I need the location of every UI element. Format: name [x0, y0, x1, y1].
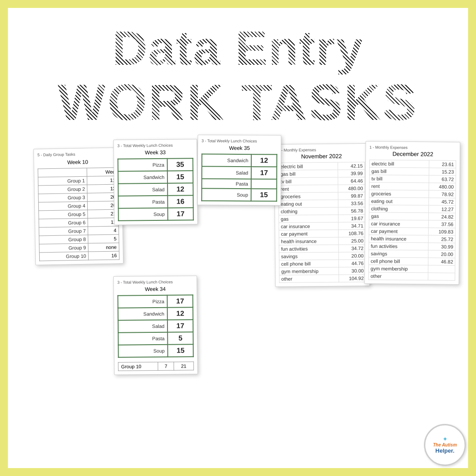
- daily-row-value: none: [88, 242, 119, 251]
- daily-row-label: Group 4: [38, 201, 88, 211]
- expense-row: car payment109.83: [369, 227, 455, 235]
- daily-row-value: 5: [88, 234, 119, 243]
- lunch-item: Sandwich: [202, 154, 251, 167]
- lunch35-week: Week 35: [201, 145, 277, 151]
- expense-row: savings20.00: [279, 252, 365, 260]
- daily-row: Group 1016: [39, 251, 119, 260]
- expense-value: 24.82: [428, 212, 456, 220]
- expense-label: car insurance: [369, 219, 428, 227]
- expense-row: groceries99.87: [279, 192, 365, 200]
- expense-label: health insurance: [369, 234, 428, 242]
- lunch-count: 15: [168, 344, 193, 357]
- expense-row: cell phone bill46.82: [368, 257, 455, 265]
- expense-value: 30.00: [338, 267, 366, 275]
- daily-row: Group 213: [38, 184, 118, 193]
- expense-label: eating out: [369, 197, 429, 205]
- group10-val1: 7: [158, 362, 174, 370]
- daily-row: Group 521: [39, 209, 119, 219]
- expense-label: fun activities: [279, 245, 338, 253]
- expense-label: clothing: [279, 207, 338, 215]
- expenses-dec-table: electric bill23.61gas bill15.23tv bill63…: [368, 160, 456, 281]
- lunch33-table: Pizza35Sandwich15Salad12Pasta16Soup17: [118, 158, 194, 221]
- expense-value: 25.72: [428, 235, 455, 243]
- lunch35-table: Sandwich12Salad17PastaSoup15: [201, 153, 278, 201]
- expense-label: gym membership: [279, 267, 339, 275]
- expense-value: 56.78: [338, 207, 365, 215]
- lunch-count: 12: [251, 154, 277, 167]
- card-lunch-week35: 3 - Total Weekly Lunch Choices Week 35 S…: [197, 134, 282, 205]
- expense-value: 42.15: [338, 162, 365, 170]
- expense-value: 19.67: [338, 214, 365, 222]
- daily-row-label: Group 8: [39, 235, 89, 244]
- expense-label: eating out: [279, 200, 338, 208]
- lunch-row: Sandwich12: [118, 307, 193, 320]
- logo: ✦ The Autism Helper.: [424, 424, 466, 466]
- expense-value: 99.87: [338, 192, 365, 200]
- lunch35-title: 3 - Total Weekly Lunch Choices: [201, 138, 277, 143]
- daily-row: Group 320: [38, 192, 118, 202]
- lunch-row: Sandwich15: [118, 171, 193, 183]
- expense-value: 109.83: [428, 227, 456, 235]
- title-area: Data Entry WORK TASKS: [49, 8, 427, 135]
- expense-label: rent: [369, 182, 429, 190]
- expenses-dec-month: December 2022: [369, 150, 456, 158]
- expense-label: fun activities: [369, 242, 428, 250]
- daily-row: Group 426: [38, 201, 118, 210]
- lunch-row: Soup17: [119, 208, 193, 220]
- cards-area: 5 - Daily Group Tasks Week 10 Wed Group …: [8, 135, 468, 469]
- daily-table: Wed Group 111Group 213Group 320Group 426…: [37, 167, 119, 261]
- expense-row: clothing56.78: [279, 207, 365, 215]
- expense-row: health insurance25.72: [369, 234, 455, 243]
- expense-label: health insurance: [279, 237, 338, 245]
- card-expenses-nov: 1 - Monthly Expenses November 2022 elect…: [274, 143, 370, 287]
- card-expenses-dec: 1 - Monthly Expenses December 2022 elect…: [364, 141, 461, 285]
- daily-row: Group 74: [39, 226, 119, 235]
- expense-row: tv bill64.46: [279, 177, 365, 185]
- expense-label: savings: [279, 252, 338, 260]
- expense-value: 20.00: [428, 250, 455, 258]
- lunch-item: Salad: [118, 183, 167, 196]
- expense-row: gas19.67: [279, 214, 365, 223]
- expense-value: 104.92: [338, 274, 366, 282]
- expense-label: gas bill: [369, 167, 429, 175]
- lunch34-table: Pizza17Sandwich12Salad17Pasta5Soup15: [117, 294, 193, 357]
- expenses-nov-month: November 2022: [278, 152, 365, 160]
- expense-value: 46.82: [428, 257, 455, 265]
- expense-row: eating out33.56: [279, 199, 365, 208]
- card-lunch-week34: 3 - Total Weekly Lunch Choices Week 34 P…: [113, 275, 198, 375]
- expense-value: 64.46: [338, 177, 365, 185]
- lunch-count: 12: [167, 307, 193, 320]
- expense-value: [428, 272, 455, 280]
- expense-label: cell phone bill: [368, 257, 428, 265]
- inner-white: Data Entry WORK TASKS 5 - Daily Group Ta…: [8, 8, 468, 468]
- lunch-item: Pasta: [118, 332, 167, 345]
- daily-row-label: Group 6: [39, 218, 88, 227]
- logo-star: ✦: [443, 435, 448, 443]
- daily-card-title: 5 - Daily Group Tasks: [37, 151, 118, 157]
- group10-table: Group 10 7 21: [118, 361, 194, 371]
- lunch34-title: 3 - Total Weekly Lunch Choices: [117, 279, 193, 285]
- lunch-row: Soup15: [118, 344, 193, 357]
- lunch-count: [251, 179, 277, 189]
- lunch-row: Salad17: [118, 320, 193, 332]
- expense-label: gas bill: [279, 170, 338, 178]
- lunch-count: 17: [251, 167, 277, 179]
- expense-label: other: [279, 275, 339, 283]
- expense-row: electric bill42.15: [278, 162, 364, 170]
- expense-value: 34.72: [338, 244, 366, 252]
- expense-row: gas24.82: [369, 212, 455, 220]
- expense-row: other: [368, 272, 455, 280]
- expense-label: electric bill: [369, 160, 429, 167]
- expense-value: 12.27: [428, 205, 456, 213]
- card-daily-group-tasks: 5 - Daily Group Tasks Week 10 Wed Group …: [33, 147, 124, 265]
- expense-row: car insurance37.56: [369, 219, 455, 228]
- expenses-dec-title: 1 - Monthly Expenses: [369, 145, 456, 150]
- expense-value: 30.99: [428, 242, 455, 250]
- expense-value: 37.56: [428, 220, 456, 228]
- lunch-row: Salad17: [202, 166, 277, 179]
- lunch34-week: Week 34: [117, 286, 193, 293]
- expense-value: 20.00: [338, 252, 366, 260]
- expense-row: fun activities34.72: [279, 244, 365, 253]
- lunch-item: Salad: [118, 320, 167, 332]
- daily-row: Group 111: [38, 175, 118, 185]
